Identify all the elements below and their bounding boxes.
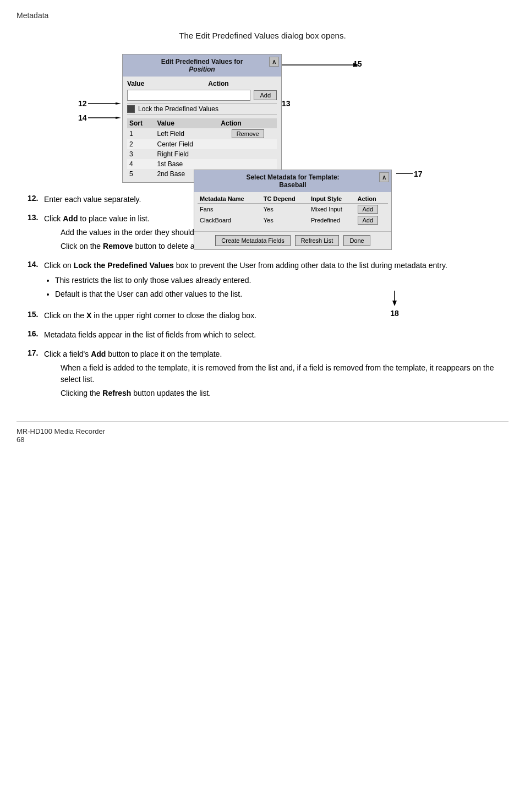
instruction-17-sub1: When a field is added to the template, i… (61, 362, 497, 385)
instruction-15: 15. Click on the X in the upper right co… (28, 310, 497, 321)
smt-row: FansYesMixed InputAdd (198, 204, 388, 215)
sort-num: 5 (127, 169, 155, 179)
intro-text: The Edit Predefined Values dialog box op… (17, 31, 508, 40)
instruction-14-num: 14. (28, 260, 44, 269)
epv-action-label: Action (160, 80, 277, 88)
sort-list-row: 41st Base (127, 159, 277, 169)
instruction-12-num: 12. (28, 194, 44, 203)
sort-list-row: 1Left FieldRemove (127, 128, 277, 139)
page-footer: MR-HD100 Media Recorder 68 (17, 421, 508, 444)
page-header: Metadata (17, 11, 508, 20)
smt-col-metadata: Metadata Name (198, 194, 261, 204)
smt-action: Add (356, 215, 388, 226)
smt-add-button[interactable]: Add (358, 205, 379, 214)
svg-marker-6 (116, 117, 121, 119)
done-button[interactable]: Done (343, 235, 370, 246)
epv-input-row: Add (127, 90, 277, 101)
annotation-18: 18 (389, 309, 400, 318)
smt-tc: Yes (261, 215, 309, 226)
instruction-14-text: Click on Lock the Predefined Values box … (44, 260, 497, 302)
annotation-18-area: 18 (389, 291, 400, 318)
instruction-14-sub1: This restricts the list to only those va… (55, 275, 497, 286)
smt-title-line2: Baseball (196, 181, 389, 189)
smt-col-tc-depend: TC Depend (261, 194, 309, 204)
smt-dialog: Select Metadata for Template: Baseball ∧… (194, 170, 392, 250)
create-metadata-fields-button[interactable]: Create Metadata Fields (215, 235, 290, 246)
arrow-12 (88, 102, 121, 105)
annotation-12: 12 (78, 99, 87, 108)
arrow-18-up (389, 291, 400, 307)
smt-add-button[interactable]: Add (358, 216, 379, 225)
diagram-wrapper: 15 12 14 13 Edit Predefine (84, 54, 441, 183)
sort-value: Right Field (155, 149, 219, 159)
svg-marker-11 (392, 301, 397, 306)
footer-product: MR-HD100 Media Recorder (17, 427, 508, 435)
instruction-15-text: Click on the X in the upper right corner… (44, 310, 497, 321)
instruction-17-text: Click a field's Add button to place it o… (44, 348, 497, 399)
instruction-15-num: 15. (28, 310, 44, 319)
sort-action (218, 159, 277, 169)
header-title: Metadata (17, 11, 48, 20)
epv-add-button[interactable]: Add (254, 90, 277, 100)
sort-num: 1 (127, 128, 155, 139)
instruction-14-sub2: Default is that the User can add other v… (55, 288, 497, 300)
arrow-14 (88, 117, 121, 119)
smt-title-line1: Select Metadata for Template: (196, 173, 389, 181)
epv-title-line1: Edit Predefined Values for (125, 58, 279, 66)
instruction-17-sub2: Clicking the Refresh button updates the … (61, 388, 497, 399)
smt-tc: Yes (261, 204, 309, 215)
annotation-14: 14 (78, 113, 87, 122)
epv-title-line2: Position (125, 66, 279, 73)
sort-value: Center Field (155, 139, 219, 149)
footer-page: 68 (17, 435, 508, 444)
sort-value: 1st Base (155, 159, 219, 169)
sort-num: 4 (127, 159, 155, 169)
instruction-17: 17. Click a field's Add button to place … (28, 348, 497, 399)
sort-action (218, 149, 277, 159)
epv-lock-checkbox[interactable] (127, 105, 135, 113)
epv-lock-row[interactable]: Lock the Predefined Values (127, 103, 277, 115)
refresh-list-button[interactable]: Refresh List (295, 235, 340, 246)
epv-dialog-title: Edit Predefined Values for Position ∧ (123, 55, 281, 77)
sort-action (218, 139, 277, 149)
instruction-16-num: 16. (28, 329, 44, 338)
epv-header-row: Value Action (127, 80, 277, 88)
action-col-header: Action (218, 118, 277, 128)
value-col-header: Value (155, 118, 219, 128)
smt-name: ClackBoard (198, 215, 261, 226)
sort-num: 3 (127, 149, 155, 159)
smt-dialog-title: Select Metadata for Template: Baseball ∧ (194, 170, 391, 192)
smt-name: Fans (198, 204, 261, 215)
sort-col-header: Sort (127, 118, 155, 128)
smt-table: Metadata Name TC Depend Input Style Acti… (198, 194, 388, 226)
smt-body: Metadata Name TC Depend Input Style Acti… (194, 192, 391, 231)
epv-value-input[interactable] (127, 90, 250, 101)
smt-col-input-style: Input Style (309, 194, 356, 204)
sort-list-row: 3Right Field (127, 149, 277, 159)
epv-dialog: Edit Predefined Values for Position ∧ Va… (122, 54, 282, 183)
arrow-17 (396, 172, 415, 175)
epv-lock-label: Lock the Predefined Values (138, 105, 218, 113)
instruction-16-text: Metadata fields appear in the list of fi… (44, 329, 497, 341)
instruction-16: 16. Metadata fields appear in the list o… (28, 329, 497, 341)
svg-marker-4 (116, 102, 121, 105)
instruction-17-num: 17. (28, 348, 44, 357)
smt-col-action: Action (356, 194, 388, 204)
epv-close-btn[interactable]: ∧ (269, 57, 279, 67)
smt-row: ClackBoardYesPredefinedAdd (198, 215, 388, 226)
smt-close-btn[interactable]: ∧ (379, 172, 389, 182)
smt-action: Add (356, 204, 388, 215)
sort-value: Left Field (155, 128, 219, 139)
instruction-14-sublist: This restricts the list to only those va… (55, 275, 497, 300)
smt-style: Predefined (309, 215, 356, 226)
epv-value-label: Value (127, 80, 160, 88)
smt-style: Mixed Input (309, 204, 356, 215)
sort-num: 2 (127, 139, 155, 149)
instruction-13-num: 13. (28, 213, 44, 222)
smt-footer: Create Metadata Fields Refresh List Done (194, 231, 391, 249)
epv-body: Value Action Add Lock the Predefined Val… (123, 77, 281, 182)
sort-action: Remove (218, 128, 277, 139)
sort-list-row: 2Center Field (127, 139, 277, 149)
instruction-14: 14. Click on Lock the Predefined Values … (28, 260, 497, 302)
remove-button[interactable]: Remove (232, 129, 264, 138)
